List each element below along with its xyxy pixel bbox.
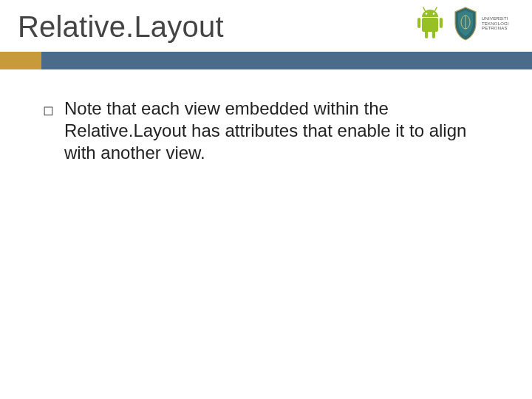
- list-item: ◻ Note that each view embedded within th…: [43, 98, 486, 164]
- slide: Relative.Layout UNIVE: [0, 0, 532, 399]
- svg-point-3: [433, 13, 435, 15]
- bullet-icon: ◻: [43, 99, 54, 121]
- title-underline-bar: [41, 52, 532, 69]
- svg-point-2: [426, 13, 428, 15]
- accent-bar: [0, 52, 41, 69]
- svg-rect-7: [425, 30, 428, 38]
- logo-group: UNIVERSITI TEKNOLOGI PETRONAS: [415, 6, 517, 41]
- slide-title: Relative.Layout: [18, 10, 224, 44]
- university-name: UNIVERSITI TEKNOLOGI PETRONAS: [482, 16, 517, 31]
- shield-icon: [452, 6, 479, 41]
- android-icon: [415, 6, 445, 41]
- bullet-text: Note that each view embedded within the …: [64, 98, 486, 164]
- svg-rect-6: [440, 18, 443, 28]
- body-content: ◻ Note that each view embedded within th…: [43, 98, 486, 164]
- svg-rect-5: [417, 18, 420, 28]
- university-logo: UNIVERSITI TEKNOLOGI PETRONAS: [452, 6, 517, 41]
- svg-rect-8: [432, 30, 435, 38]
- svg-rect-4: [422, 18, 438, 32]
